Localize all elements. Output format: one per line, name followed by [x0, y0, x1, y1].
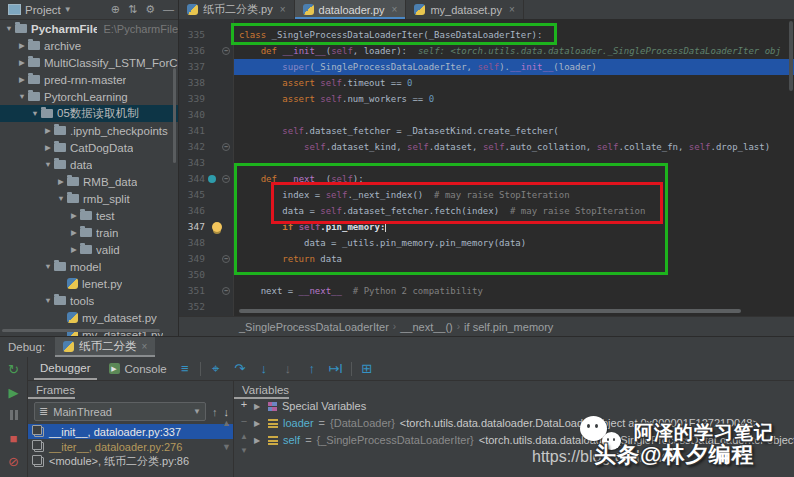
code-line-345[interactable]: 345 index = self._next_index() # may rai… — [179, 187, 794, 203]
add-watch-icon[interactable]: + — [241, 398, 247, 410]
line-number[interactable]: 352 — [179, 299, 205, 315]
tree-item-my_dataset.py[interactable]: my_dataset.py — [0, 309, 178, 326]
step-out-icon[interactable]: ↑ — [300, 361, 324, 376]
tree-item-MultiClassify_LSTM_ForChine[interactable]: ▶MultiClassify_LSTM_ForChine — [0, 54, 178, 71]
code-line-340[interactable]: 340 — [179, 107, 794, 123]
tree-item-model[interactable]: ▼model — [0, 258, 178, 275]
line-number[interactable]: 350 — [179, 267, 205, 283]
run-to-cursor-icon[interactable]: ↦I — [324, 361, 348, 376]
code-line-338[interactable]: 338 assert self.timeout == 0 — [179, 75, 794, 91]
variables-title[interactable]: Variables — [234, 382, 289, 399]
locate-file-icon[interactable]: ⊕ — [111, 3, 120, 16]
frames-scrollbar[interactable]: ▲▼ — [222, 418, 231, 452]
tree-collapsed-icon[interactable]: ▶ — [69, 228, 79, 237]
line-number[interactable]: 342 — [179, 139, 205, 155]
line-number[interactable]: 346 — [179, 203, 205, 219]
fold-marker-icon[interactable]: − — [222, 47, 230, 55]
code-line-347[interactable]: 347 if self.pin_memory: — [179, 219, 794, 235]
project-tree-horizontal-scrollbar[interactable] — [2, 329, 160, 332]
tree-collapsed-icon[interactable]: ▶ — [17, 41, 27, 50]
variables-group-row[interactable]: ▶Special Variables — [254, 398, 366, 414]
tree-item-pred-rnn-master[interactable]: ▶pred-rnn-master — [0, 71, 178, 88]
code-text[interactable]: self.dataset_fetcher = _DatasetKind.crea… — [239, 123, 559, 139]
stop-icon[interactable]: ■ — [6, 430, 22, 446]
tree-collapsed-icon[interactable]: ▶ — [69, 245, 79, 254]
expand-arrow-icon[interactable]: ▶ — [254, 419, 263, 428]
close-icon[interactable]: × — [392, 4, 398, 15]
code-text[interactable]: assert self.num_workers == 0 — [239, 91, 434, 107]
project-panel-title[interactable]: Project — [25, 4, 61, 16]
code-line-346[interactable]: 346 data = self.dataset_fetcher.fetch(in… — [179, 203, 794, 219]
expand-arrow-icon[interactable]: ▶ — [254, 436, 263, 445]
hide-panel-icon[interactable]: — — [163, 3, 174, 16]
editor-tab-my_dataset.py[interactable]: my_dataset.py× — [406, 0, 523, 19]
tree-item-train[interactable]: ▶train — [0, 224, 178, 241]
line-number[interactable]: 339 — [179, 91, 205, 107]
code-line-336[interactable]: 336− def __init__(self, loader): self: <… — [179, 43, 794, 59]
layout-settings-icon[interactable]: ≡ — [173, 361, 197, 376]
view-breakpoints-grid-icon[interactable]: ⊞ — [355, 361, 379, 376]
settings-gear-icon[interactable]: ⚙ — [145, 3, 155, 16]
code-line-335[interactable]: 335class _SingleProcessDataLoaderIter(_B… — [179, 27, 794, 43]
tree-item-PycharmFile[interactable]: ▼PycharmFileE:\PycharmFile — [0, 20, 178, 37]
line-number[interactable]: 337 — [179, 59, 205, 75]
frames-title[interactable]: Frames — [28, 382, 75, 399]
tree-collapsed-icon[interactable]: ▶ — [17, 75, 27, 84]
tree-item-valid[interactable]: ▶valid — [0, 241, 178, 258]
mute-breakpoints-icon[interactable]: ⊘ — [6, 453, 22, 469]
code-text[interactable]: index = self._next_index() # may raise S… — [239, 187, 570, 203]
tree-item-CatDogData[interactable]: ▶CatDogData — [0, 139, 178, 156]
tree-item-PytorchLearning[interactable]: ▼PytorchLearning — [0, 88, 178, 105]
line-number[interactable]: 335 — [179, 27, 205, 43]
code-line-337[interactable]: 337 super(_SingleProcessDataLoaderIter, … — [179, 59, 794, 75]
debug-session-tab[interactable]: 纸币二分类 × — [55, 337, 155, 357]
tree-item-05数据读取机制[interactable]: ▼05数据读取机制 — [0, 105, 178, 122]
show-execution-point-icon[interactable]: ⌖ — [204, 361, 228, 377]
frame-up-icon[interactable]: ↑ — [212, 406, 218, 418]
code-line-348[interactable]: 348 data = _utils.pin_memory.pin_memory(… — [179, 235, 794, 251]
collapse-all-icon[interactable]: ⇅ — [128, 3, 137, 16]
tree-collapsed-icon[interactable]: ▶ — [17, 58, 27, 67]
tree-item-rmb_split[interactable]: ▼rmb_split — [0, 190, 178, 207]
variable-row-self[interactable]: ▶self={_SingleProcessDataLoaderIter}<tor… — [254, 432, 794, 448]
remove-watch-icon[interactable]: − — [241, 415, 247, 427]
line-number[interactable]: 336 — [179, 43, 205, 59]
fold-marker-icon[interactable]: − — [222, 175, 230, 183]
breakpoint-icon[interactable] — [208, 175, 216, 183]
tree-expanded-icon[interactable]: ▼ — [30, 109, 40, 118]
tab-debugger[interactable]: Debugger — [34, 357, 97, 380]
tree-item-test[interactable]: ▶test — [0, 207, 178, 224]
code-text[interactable]: next = __next__ # Python 2 compatibility — [239, 283, 483, 299]
force-step-into-icon[interactable]: ↓ — [276, 361, 300, 376]
line-number[interactable]: 345 — [179, 187, 205, 203]
line-number[interactable]: 341 — [179, 123, 205, 139]
step-over-icon[interactable]: ↷ — [228, 361, 252, 376]
scroll-down-icon[interactable]: ▼ — [240, 446, 248, 455]
frame-row[interactable]: <module>, 纸币二分类.py:86 — [28, 454, 233, 469]
tree-expanded-icon[interactable]: ▼ — [4, 24, 14, 33]
code-text[interactable]: def __init__(self, loader): self: <torch… — [239, 43, 781, 59]
code-line-351[interactable]: 351− next = __next__ # Python 2 compatib… — [179, 283, 794, 299]
tree-item-data[interactable]: ▼data — [0, 156, 178, 173]
scroll-up-icon[interactable]: ▲ — [240, 432, 248, 441]
code-text[interactable]: return data — [239, 251, 342, 267]
tree-expanded-icon[interactable]: ▼ — [43, 160, 53, 169]
line-number[interactable]: 351 — [179, 283, 205, 299]
fold-marker-icon[interactable]: − — [222, 143, 230, 151]
breadcrumb-item[interactable]: __next__() — [400, 321, 453, 333]
frame-row[interactable]: __init__, dataloader.py:337 — [28, 424, 233, 439]
close-icon[interactable]: × — [509, 4, 515, 15]
code-editor[interactable]: 335class _SingleProcessDataLoaderIter(_B… — [179, 19, 794, 316]
code-text[interactable]: def __next__(self): — [239, 171, 364, 187]
line-number[interactable]: 347 — [179, 219, 205, 235]
resume-program-icon[interactable]: ▶ — [6, 384, 22, 400]
tab-console[interactable]: ▶Console — [103, 357, 173, 380]
code-text[interactable]: assert self.timeout == 0 — [239, 75, 412, 91]
code-text[interactable]: if self.pin_memory: — [239, 219, 386, 235]
frame-row[interactable]: __iter__, dataloader.py:276 — [28, 439, 233, 454]
code-line-339[interactable]: 339 assert self.num_workers == 0 — [179, 91, 794, 107]
code-line-350[interactable]: 350 — [179, 267, 794, 283]
tree-collapsed-icon[interactable]: ▶ — [43, 126, 53, 135]
pause-program-icon[interactable] — [6, 407, 22, 423]
tree-expanded-icon[interactable]: ▼ — [43, 296, 53, 305]
